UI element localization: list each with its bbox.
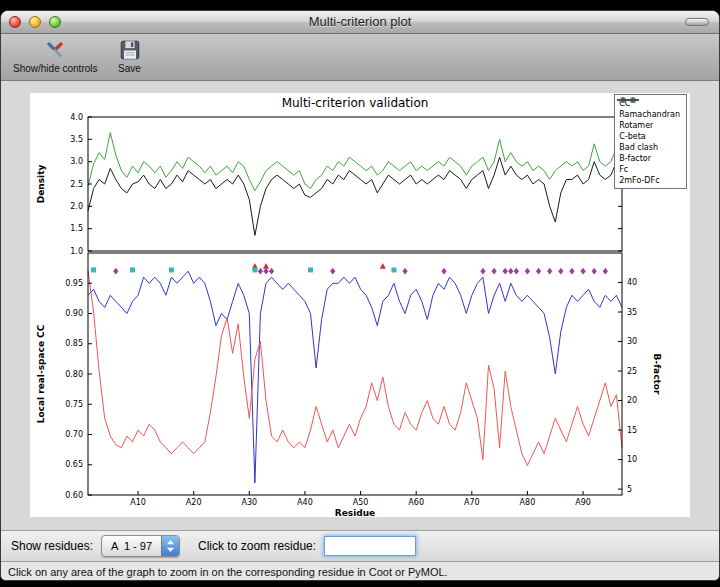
svg-text:2.5: 2.5 [70, 180, 83, 189]
tools-icon [42, 36, 68, 63]
legend-item: B-factor [619, 153, 680, 164]
svg-text:0.65: 0.65 [65, 460, 83, 469]
svg-text:A40: A40 [297, 498, 313, 507]
svg-text:Residue: Residue [335, 508, 375, 517]
multi-criterion-plot-window: Multi-criterion plot Show/hide controls [0, 10, 720, 581]
svg-text:A70: A70 [464, 498, 480, 507]
svg-text:35: 35 [627, 308, 637, 317]
selected-chain-range: A 1 - 97 [102, 540, 161, 552]
toolbar: Show/hide controls Save [1, 34, 719, 81]
legend-item: Rotamer [619, 120, 680, 131]
svg-text:0.75: 0.75 [65, 400, 83, 409]
svg-text:3.0: 3.0 [70, 157, 83, 166]
titlebar[interactable]: Multi-criterion plot [1, 11, 719, 34]
legend-label: B-factor [619, 154, 651, 163]
status-bar: Click on any area of the graph to zoom i… [1, 561, 719, 581]
svg-text:Density: Density [36, 165, 46, 204]
show-residues-select[interactable]: A 1 - 97 [101, 535, 180, 557]
svg-text:Multi-criterion validation: Multi-criterion validation [282, 96, 429, 110]
legend-item: 2mFo-DFc [619, 175, 680, 186]
svg-text:0.70: 0.70 [65, 430, 83, 439]
status-text: Click on any area of the graph to zoom i… [8, 566, 448, 578]
legend: CCRamachandranRotamerC-betaBad clashB-fa… [614, 94, 687, 189]
close-button[interactable] [9, 16, 21, 28]
svg-text:10: 10 [627, 455, 637, 464]
svg-text:20: 20 [627, 396, 637, 405]
show-residues-label: Show residues: [11, 539, 93, 553]
svg-text:0.95: 0.95 [65, 279, 83, 288]
svg-text:1.5: 1.5 [70, 224, 83, 233]
svg-text:A10: A10 [130, 498, 146, 507]
svg-text:1.0: 1.0 [70, 247, 83, 256]
legend-label: Fc [619, 165, 628, 174]
svg-text:30: 30 [627, 337, 637, 346]
toolbar-button-label: Show/hide controls [13, 63, 98, 74]
svg-text:Local real-space CC: Local real-space CC [36, 324, 46, 423]
zoom-residue-label: Click to zoom residue: [198, 539, 316, 553]
svg-text:25: 25 [627, 367, 637, 376]
legend-item: Bad clash [619, 142, 680, 153]
save-icon [118, 36, 142, 63]
legend-label: Rotamer [619, 121, 653, 130]
svg-text:A90: A90 [575, 498, 591, 507]
legend-label: 2mFo-DFc [619, 176, 659, 185]
legend-marker-line [615, 95, 641, 105]
desktop-background: { "window": { "title": "Multi-criterion … [0, 0, 720, 587]
window-title: Multi-criterion plot [1, 11, 719, 33]
zoom-window-button[interactable] [49, 16, 61, 28]
legend-label: Ramachandran [619, 110, 680, 119]
legend-item: Fc [619, 164, 680, 175]
svg-text:15: 15 [627, 426, 637, 435]
svg-text:A60: A60 [408, 498, 424, 507]
popup-stepper-icon [161, 536, 179, 556]
svg-text:A30: A30 [241, 498, 257, 507]
svg-text:A20: A20 [186, 498, 202, 507]
svg-text:2.0: 2.0 [70, 202, 83, 211]
svg-text:0.90: 0.90 [65, 309, 83, 318]
legend-item: Ramachandran [619, 109, 680, 120]
svg-text:40: 40 [627, 278, 637, 287]
svg-text:A80: A80 [520, 498, 536, 507]
toolbar-toggle-button[interactable] [685, 18, 709, 26]
svg-text:A50: A50 [353, 498, 369, 507]
show-hide-controls-button[interactable]: Show/hide controls [13, 36, 98, 74]
window-buttons [9, 16, 61, 28]
figure[interactable]: Multi-criterion validation1.01.52.02.53.… [30, 93, 690, 517]
svg-text:4.0: 4.0 [70, 113, 83, 122]
zoom-residue-input[interactable] [324, 536, 416, 556]
svg-text:0.85: 0.85 [65, 339, 83, 348]
legend-label: Bad clash [619, 143, 658, 152]
svg-text:0.80: 0.80 [65, 370, 83, 379]
legend-label: C-beta [619, 132, 646, 141]
svg-text:3.5: 3.5 [70, 135, 83, 144]
control-bar: Show residues: A 1 - 97 Click to zoom re… [1, 530, 719, 561]
legend-item: C-beta [619, 131, 680, 142]
plot-canvas[interactable]: Multi-criterion validation1.01.52.02.53.… [30, 93, 690, 517]
minimize-button[interactable] [29, 16, 41, 28]
svg-text:5: 5 [627, 485, 632, 494]
toolbar-button-label: Save [118, 63, 141, 74]
svg-text:B-factor: B-factor [652, 354, 662, 395]
plot-region: Multi-criterion validation1.01.52.02.53.… [1, 81, 719, 530]
svg-text:0.60: 0.60 [65, 491, 83, 500]
save-button[interactable]: Save [118, 36, 142, 74]
